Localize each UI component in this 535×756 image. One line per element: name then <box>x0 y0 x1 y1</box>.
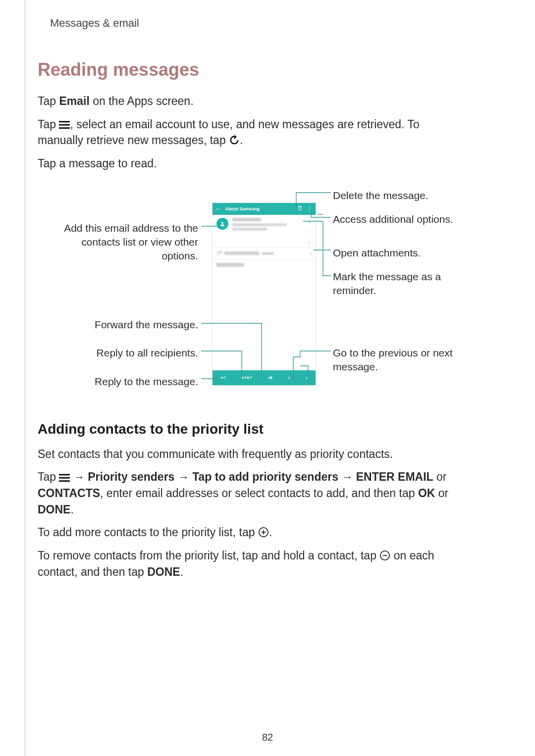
paragraph-add-more: To add more contacts to the priority lis… <box>38 524 458 541</box>
callout-attachments: Open attachments. <box>333 246 421 260</box>
page-number: 82 <box>0 732 535 743</box>
paragraph-open-email: Tap Email on the Apps screen. <box>38 93 458 109</box>
menu-icon <box>59 118 70 128</box>
text: To remove contacts from the priority lis… <box>38 549 379 562</box>
chevron-right-icon[interactable]: › <box>310 251 312 256</box>
header-actions: ☆ ⋮ ⌄ <box>307 218 312 244</box>
more-icon[interactable]: ⋮ <box>307 205 313 212</box>
text: Tap <box>38 95 59 107</box>
message-header-row: ☆ ⋮ ⌄ <box>213 215 316 248</box>
svg-point-0 <box>221 222 223 224</box>
sender-more-icon[interactable]: ⋮ <box>307 229 312 235</box>
message-screen-diagram: ← About Samsung ⋮ ☆ ⋮ ⌄ <box>38 183 483 391</box>
app-bar-title: About Samsung <box>225 206 260 211</box>
text: . <box>70 503 73 516</box>
page-margin-rule <box>25 0 25 756</box>
text: Tap <box>38 470 59 483</box>
add-circle-icon <box>258 526 269 536</box>
arrow-text: → <box>70 470 88 483</box>
bold-text: Tap to add priority senders <box>192 470 338 483</box>
body-blur <box>216 263 244 267</box>
bold-text: Email <box>59 95 89 107</box>
callout-reply-all: Reply to all recipients. <box>91 346 198 360</box>
next-icon[interactable]: › <box>306 374 308 381</box>
paragraph-priority-steps: Tap → Priority senders → Tap to add prio… <box>38 469 458 517</box>
paragraph-tap-to-read: Tap a message to read. <box>38 155 458 172</box>
callout-reply: Reply to the message. <box>91 375 198 389</box>
sender-block <box>232 218 287 231</box>
text: . <box>240 134 243 147</box>
forward-icon[interactable]: ➔ <box>268 374 273 381</box>
phone-screenshot: ← About Samsung ⋮ ☆ ⋮ ⌄ <box>212 202 316 386</box>
message-body <box>213 260 316 270</box>
bold-text: OK <box>418 487 435 500</box>
callout-delete: Delete the message. <box>333 189 428 202</box>
page-content: Messages & email Reading messages Tap Em… <box>0 0 495 580</box>
bold-text: DONE <box>38 503 70 516</box>
paragraph-remove: To remove contacts from the priority lis… <box>38 548 458 580</box>
star-icon[interactable]: ☆ <box>307 219 312 224</box>
bold-text: ENTER EMAIL <box>356 470 433 483</box>
reply-icon[interactable]: ↩ <box>220 374 226 381</box>
text: To add more contacts to the priority lis… <box>38 526 258 539</box>
reply-all-icon[interactable]: ↩↩ <box>241 374 252 381</box>
attachments-row: › <box>213 248 316 260</box>
text: on the Apps screen. <box>90 95 194 107</box>
running-header: Messages & email <box>50 17 458 30</box>
expand-icon[interactable]: ⌄ <box>308 240 311 244</box>
trash-icon[interactable] <box>297 205 303 212</box>
phone-footer: ↩ ↩↩ ➔ ‹ › <box>213 370 316 385</box>
back-icon[interactable]: ← <box>215 205 221 212</box>
callout-forward: Forward the message. <box>91 318 198 332</box>
bold-text: CONTACTS <box>38 487 100 500</box>
paragraph-priority-intro: Set contacts that you communicate with f… <box>38 446 458 462</box>
attachment-name-blur <box>224 252 259 255</box>
text: . <box>180 565 183 578</box>
attachment-size-blur <box>262 252 274 255</box>
arrow-text: → <box>338 470 356 483</box>
bold-text: Priority senders <box>88 470 174 483</box>
text: Tap <box>38 118 59 131</box>
callout-prev-next: Go to the previous or next message. <box>333 346 467 374</box>
arrow-text: → <box>174 470 192 483</box>
callout-add-contact: Add this email address to the contacts l… <box>49 221 198 263</box>
callout-reminder: Mark the message as a reminder. <box>333 270 462 298</box>
bold-text: DONE <box>147 565 180 578</box>
text: or <box>435 487 448 500</box>
prev-icon[interactable]: ‹ <box>288 374 290 381</box>
paragraph-retrieve: Tap , select an email account to use, an… <box>38 116 458 149</box>
text: , enter email addresses or select contac… <box>100 487 418 500</box>
text: . <box>269 526 272 539</box>
refresh-icon <box>229 134 240 144</box>
remove-circle-icon <box>379 549 390 559</box>
avatar[interactable] <box>216 218 228 230</box>
text: or <box>433 470 447 483</box>
address-blur <box>232 223 287 226</box>
callout-options: Access additional options. <box>333 212 453 226</box>
menu-icon <box>59 470 70 480</box>
sender-name-blur <box>232 218 261 221</box>
subsection-title: Adding contacts to the priority list <box>38 421 458 437</box>
paperclip-icon <box>216 251 221 256</box>
date-blur <box>232 228 267 231</box>
phone-app-bar: ← About Samsung ⋮ <box>213 203 316 215</box>
section-title: Reading messages <box>38 59 458 80</box>
